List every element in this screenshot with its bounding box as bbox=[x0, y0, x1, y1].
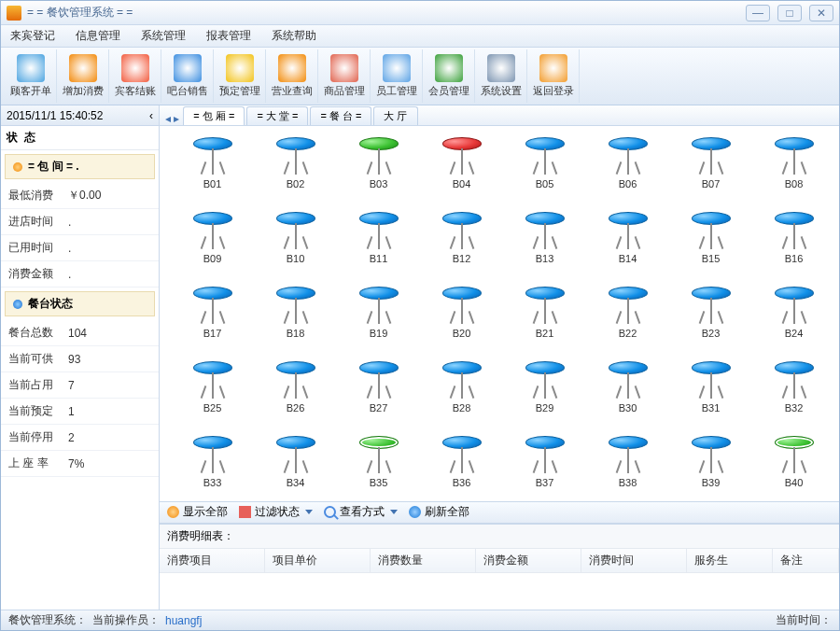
table-B30[interactable]: B30 bbox=[588, 359, 667, 414]
table-B22[interactable]: B22 bbox=[588, 285, 667, 339]
table-B36[interactable]: B36 bbox=[422, 434, 501, 488]
tab-1[interactable]: = 大 堂 = bbox=[246, 106, 308, 125]
table-B34[interactable]: B34 bbox=[256, 434, 335, 488]
close-button[interactable]: ✕ bbox=[809, 5, 833, 21]
table-B14[interactable]: B14 bbox=[588, 210, 667, 264]
table-B05[interactable]: B05 bbox=[505, 135, 584, 189]
table-label: B39 bbox=[702, 477, 721, 488]
table-B04[interactable]: B04 bbox=[422, 135, 501, 189]
table-icon bbox=[441, 285, 483, 324]
table-B40[interactable]: B40 bbox=[754, 434, 833, 488]
toolbar-吧台销售[interactable]: 吧台销售 bbox=[161, 49, 214, 103]
menu-info[interactable]: 信息管理 bbox=[76, 28, 120, 44]
table-label: B28 bbox=[453, 402, 471, 414]
table-B17[interactable]: B17 bbox=[173, 285, 252, 339]
table-B26[interactable]: B26 bbox=[256, 359, 335, 414]
toolbar-icon bbox=[69, 54, 97, 82]
toolbar-返回登录[interactable]: 返回登录 bbox=[527, 49, 580, 103]
toolbar-增加消费[interactable]: 增加消费 bbox=[57, 49, 109, 103]
table-B32[interactable]: B32 bbox=[754, 359, 833, 414]
details-col: 消费时间 bbox=[581, 549, 686, 573]
table-B35[interactable]: B35 bbox=[339, 434, 418, 488]
tab-3[interactable]: 大 厅 bbox=[373, 106, 417, 125]
table-B31[interactable]: B31 bbox=[671, 359, 750, 414]
table-B13[interactable]: B13 bbox=[505, 210, 584, 264]
toolbar-icon bbox=[121, 54, 149, 82]
toolbar-顾客开单[interactable]: 顾客开单 bbox=[5, 49, 57, 103]
table-B28[interactable]: B28 bbox=[422, 359, 501, 414]
table-B03[interactable]: B03 bbox=[339, 135, 418, 189]
filter-bar: 显示全部 过滤状态 查看方式 刷新全部 bbox=[160, 501, 839, 524]
details-col: 备注 bbox=[772, 549, 838, 573]
section-status-label: 餐台状态 bbox=[28, 296, 73, 312]
table-B33[interactable]: B33 bbox=[173, 434, 252, 488]
toolbar: 顾客开单增加消费宾客结账吧台销售预定管理营业查询商品管理员工管理会员管理系统设置… bbox=[1, 48, 839, 105]
tab-2[interactable]: = 餐 台 = bbox=[310, 106, 371, 125]
table-B09[interactable]: B09 bbox=[173, 210, 252, 264]
table-B16[interactable]: B16 bbox=[754, 210, 833, 264]
menu-help[interactable]: 系统帮助 bbox=[272, 28, 316, 44]
toolbar-icon bbox=[487, 54, 515, 82]
table-B12[interactable]: B12 bbox=[422, 210, 501, 264]
menu-system[interactable]: 系统管理 bbox=[141, 28, 186, 44]
maximize-button[interactable]: □ bbox=[777, 5, 802, 21]
table-B24[interactable]: B24 bbox=[754, 285, 833, 339]
table-B23[interactable]: B23 bbox=[671, 285, 750, 339]
tab-0[interactable]: = 包 厢 = bbox=[183, 106, 245, 125]
table-B11[interactable]: B11 bbox=[339, 210, 418, 264]
toolbar-系统设置[interactable]: 系统设置 bbox=[475, 49, 527, 103]
table-label: B11 bbox=[370, 253, 388, 264]
toolbar-会员管理[interactable]: 会员管理 bbox=[423, 49, 475, 103]
side-collapse-icon[interactable]: ‹ bbox=[149, 109, 153, 122]
kv-value: 7% bbox=[61, 451, 159, 477]
table-B37[interactable]: B37 bbox=[505, 434, 584, 488]
kv-key: 当前停用 bbox=[1, 425, 61, 451]
show-all-button[interactable]: 显示全部 bbox=[167, 504, 228, 520]
table-B38[interactable]: B38 bbox=[588, 434, 667, 488]
toolbar-icon bbox=[278, 54, 306, 82]
toolbar-商品管理[interactable]: 商品管理 bbox=[318, 49, 371, 103]
section-room: = 包 间 = . bbox=[5, 154, 155, 179]
table-label: B17 bbox=[203, 328, 222, 339]
minimize-button[interactable]: — bbox=[746, 5, 770, 21]
table-B39[interactable]: B39 bbox=[671, 434, 750, 488]
refresh-all-button[interactable]: 刷新全部 bbox=[409, 504, 469, 520]
table-B21[interactable]: B21 bbox=[505, 285, 584, 339]
status-icon bbox=[13, 300, 22, 309]
toolbar-宾客结账[interactable]: 宾客结账 bbox=[109, 49, 161, 103]
toolbar-员工管理[interactable]: 员工管理 bbox=[371, 49, 423, 103]
table-canvas[interactable]: B01B02B03B04B05B06B07B08B09B10B11B12B13B… bbox=[160, 126, 839, 501]
table-B06[interactable]: B06 bbox=[588, 135, 667, 189]
table-icon bbox=[773, 135, 816, 175]
kv-value: 2 bbox=[61, 425, 159, 451]
table-label: B09 bbox=[203, 253, 222, 264]
table-icon bbox=[441, 135, 483, 175]
table-B10[interactable]: B10 bbox=[256, 210, 335, 264]
table-B29[interactable]: B29 bbox=[505, 359, 584, 414]
toolbar-icon bbox=[226, 54, 254, 82]
table-B20[interactable]: B20 bbox=[422, 285, 501, 339]
table-icon bbox=[773, 285, 816, 324]
table-B08[interactable]: B08 bbox=[754, 135, 833, 189]
table-B27[interactable]: B27 bbox=[339, 359, 418, 414]
table-label: B27 bbox=[370, 402, 388, 414]
view-mode-button[interactable]: 查看方式 bbox=[324, 504, 398, 520]
kv-key: 进店时间 bbox=[1, 209, 61, 235]
table-B01[interactable]: B01 bbox=[173, 135, 252, 189]
toolbar-预定管理[interactable]: 预定管理 bbox=[214, 49, 266, 103]
toolbar-营业查询[interactable]: 营业查询 bbox=[266, 49, 318, 103]
table-B15[interactable]: B15 bbox=[671, 210, 750, 264]
toolbar-icon bbox=[383, 54, 411, 82]
menu-guest[interactable]: 来宾登记 bbox=[10, 28, 55, 44]
table-B25[interactable]: B25 bbox=[173, 359, 252, 414]
table-B02[interactable]: B02 bbox=[256, 135, 335, 189]
datetime-label: 2015/11/1 15:40:52 bbox=[7, 109, 103, 122]
table-grid: B01B02B03B04B05B06B07B08B09B10B11B12B13B… bbox=[173, 135, 835, 488]
table-B07[interactable]: B07 bbox=[671, 135, 750, 189]
table-B18[interactable]: B18 bbox=[256, 285, 335, 339]
table-label: B08 bbox=[785, 178, 804, 189]
menu-report[interactable]: 报表管理 bbox=[206, 28, 251, 44]
table-B19[interactable]: B19 bbox=[339, 285, 418, 339]
show-all-icon bbox=[167, 506, 179, 518]
filter-state-button[interactable]: 过滤状态 bbox=[239, 504, 313, 520]
